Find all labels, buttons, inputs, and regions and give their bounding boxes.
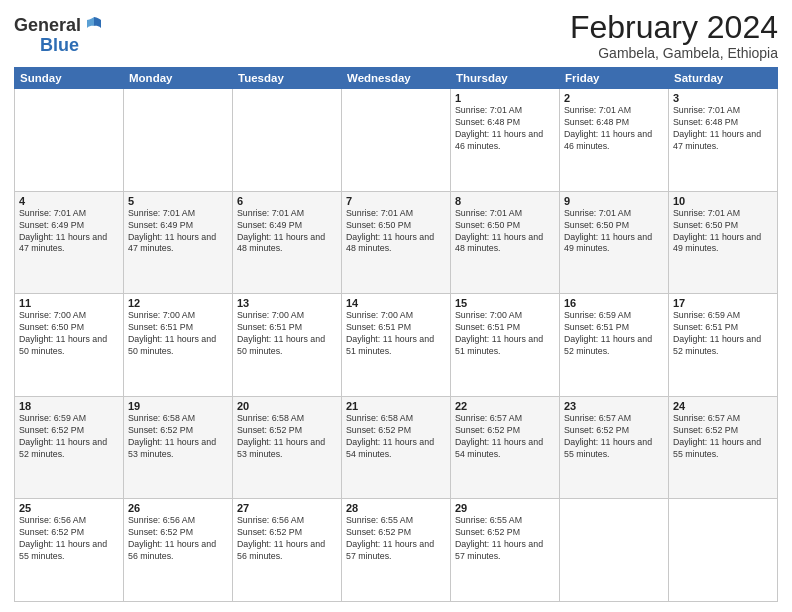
day-number: 17 bbox=[673, 297, 773, 309]
day-info: Sunrise: 6:59 AMSunset: 6:51 PMDaylight:… bbox=[564, 310, 664, 358]
day-info: Sunrise: 6:55 AMSunset: 6:52 PMDaylight:… bbox=[455, 515, 555, 563]
calendar-cell: 20Sunrise: 6:58 AMSunset: 6:52 PMDayligh… bbox=[233, 396, 342, 499]
day-number: 7 bbox=[346, 195, 446, 207]
col-header-thursday: Thursday bbox=[451, 68, 560, 89]
calendar-cell: 8Sunrise: 7:01 AMSunset: 6:50 PMDaylight… bbox=[451, 191, 560, 294]
col-header-friday: Friday bbox=[560, 68, 669, 89]
day-info: Sunrise: 6:56 AMSunset: 6:52 PMDaylight:… bbox=[237, 515, 337, 563]
calendar-cell: 19Sunrise: 6:58 AMSunset: 6:52 PMDayligh… bbox=[124, 396, 233, 499]
day-info: Sunrise: 7:00 AMSunset: 6:51 PMDaylight:… bbox=[346, 310, 446, 358]
day-info: Sunrise: 6:56 AMSunset: 6:52 PMDaylight:… bbox=[19, 515, 119, 563]
calendar-cell bbox=[560, 499, 669, 602]
calendar-cell: 14Sunrise: 7:00 AMSunset: 6:51 PMDayligh… bbox=[342, 294, 451, 397]
calendar-cell: 1Sunrise: 7:01 AMSunset: 6:48 PMDaylight… bbox=[451, 89, 560, 192]
day-number: 9 bbox=[564, 195, 664, 207]
day-info: Sunrise: 6:57 AMSunset: 6:52 PMDaylight:… bbox=[455, 413, 555, 461]
day-number: 13 bbox=[237, 297, 337, 309]
day-number: 10 bbox=[673, 195, 773, 207]
page: General Blue February 2024 Gambela, Gamb… bbox=[0, 0, 792, 612]
logo-blue: Blue bbox=[40, 36, 79, 54]
day-number: 6 bbox=[237, 195, 337, 207]
day-info: Sunrise: 7:01 AMSunset: 6:48 PMDaylight:… bbox=[673, 105, 773, 153]
calendar-cell: 23Sunrise: 6:57 AMSunset: 6:52 PMDayligh… bbox=[560, 396, 669, 499]
day-info: Sunrise: 7:01 AMSunset: 6:50 PMDaylight:… bbox=[564, 208, 664, 256]
day-number: 1 bbox=[455, 92, 555, 104]
calendar-cell: 4Sunrise: 7:01 AMSunset: 6:49 PMDaylight… bbox=[15, 191, 124, 294]
calendar-cell bbox=[124, 89, 233, 192]
calendar-cell: 3Sunrise: 7:01 AMSunset: 6:48 PMDaylight… bbox=[669, 89, 778, 192]
day-number: 24 bbox=[673, 400, 773, 412]
calendar-cell: 27Sunrise: 6:56 AMSunset: 6:52 PMDayligh… bbox=[233, 499, 342, 602]
calendar-cell: 21Sunrise: 6:58 AMSunset: 6:52 PMDayligh… bbox=[342, 396, 451, 499]
day-info: Sunrise: 7:00 AMSunset: 6:51 PMDaylight:… bbox=[128, 310, 228, 358]
day-info: Sunrise: 7:01 AMSunset: 6:48 PMDaylight:… bbox=[455, 105, 555, 153]
header-row: SundayMondayTuesdayWednesdayThursdayFrid… bbox=[15, 68, 778, 89]
day-number: 3 bbox=[673, 92, 773, 104]
day-info: Sunrise: 6:57 AMSunset: 6:52 PMDaylight:… bbox=[564, 413, 664, 461]
calendar-cell: 11Sunrise: 7:00 AMSunset: 6:50 PMDayligh… bbox=[15, 294, 124, 397]
day-info: Sunrise: 6:57 AMSunset: 6:52 PMDaylight:… bbox=[673, 413, 773, 461]
day-number: 23 bbox=[564, 400, 664, 412]
title-block: February 2024 Gambela, Gambela, Ethiopia bbox=[570, 10, 778, 61]
day-info: Sunrise: 7:01 AMSunset: 6:50 PMDaylight:… bbox=[673, 208, 773, 256]
col-header-tuesday: Tuesday bbox=[233, 68, 342, 89]
calendar-cell: 24Sunrise: 6:57 AMSunset: 6:52 PMDayligh… bbox=[669, 396, 778, 499]
day-number: 19 bbox=[128, 400, 228, 412]
calendar-cell: 28Sunrise: 6:55 AMSunset: 6:52 PMDayligh… bbox=[342, 499, 451, 602]
day-info: Sunrise: 7:00 AMSunset: 6:50 PMDaylight:… bbox=[19, 310, 119, 358]
month-title: February 2024 bbox=[570, 10, 778, 45]
day-number: 5 bbox=[128, 195, 228, 207]
calendar-cell: 12Sunrise: 7:00 AMSunset: 6:51 PMDayligh… bbox=[124, 294, 233, 397]
day-info: Sunrise: 7:01 AMSunset: 6:49 PMDaylight:… bbox=[19, 208, 119, 256]
day-number: 8 bbox=[455, 195, 555, 207]
col-header-wednesday: Wednesday bbox=[342, 68, 451, 89]
day-info: Sunrise: 7:01 AMSunset: 6:50 PMDaylight:… bbox=[346, 208, 446, 256]
calendar-cell bbox=[342, 89, 451, 192]
day-info: Sunrise: 6:55 AMSunset: 6:52 PMDaylight:… bbox=[346, 515, 446, 563]
col-header-monday: Monday bbox=[124, 68, 233, 89]
header: General Blue February 2024 Gambela, Gamb… bbox=[14, 10, 778, 61]
calendar-cell bbox=[669, 499, 778, 602]
day-number: 12 bbox=[128, 297, 228, 309]
day-info: Sunrise: 7:01 AMSunset: 6:49 PMDaylight:… bbox=[237, 208, 337, 256]
week-row-4: 18Sunrise: 6:59 AMSunset: 6:52 PMDayligh… bbox=[15, 396, 778, 499]
calendar-cell: 15Sunrise: 7:00 AMSunset: 6:51 PMDayligh… bbox=[451, 294, 560, 397]
logo: General Blue bbox=[14, 14, 105, 54]
day-info: Sunrise: 6:58 AMSunset: 6:52 PMDaylight:… bbox=[237, 413, 337, 461]
day-info: Sunrise: 6:58 AMSunset: 6:52 PMDaylight:… bbox=[128, 413, 228, 461]
day-number: 14 bbox=[346, 297, 446, 309]
day-info: Sunrise: 7:01 AMSunset: 6:49 PMDaylight:… bbox=[128, 208, 228, 256]
day-info: Sunrise: 7:00 AMSunset: 6:51 PMDaylight:… bbox=[237, 310, 337, 358]
day-number: 28 bbox=[346, 502, 446, 514]
day-info: Sunrise: 6:58 AMSunset: 6:52 PMDaylight:… bbox=[346, 413, 446, 461]
day-number: 4 bbox=[19, 195, 119, 207]
week-row-1: 1Sunrise: 7:01 AMSunset: 6:48 PMDaylight… bbox=[15, 89, 778, 192]
logo-icon bbox=[83, 14, 105, 36]
day-info: Sunrise: 6:59 AMSunset: 6:51 PMDaylight:… bbox=[673, 310, 773, 358]
day-info: Sunrise: 7:00 AMSunset: 6:51 PMDaylight:… bbox=[455, 310, 555, 358]
calendar-cell: 7Sunrise: 7:01 AMSunset: 6:50 PMDaylight… bbox=[342, 191, 451, 294]
day-info: Sunrise: 6:59 AMSunset: 6:52 PMDaylight:… bbox=[19, 413, 119, 461]
day-info: Sunrise: 6:56 AMSunset: 6:52 PMDaylight:… bbox=[128, 515, 228, 563]
calendar-cell bbox=[15, 89, 124, 192]
calendar-cell: 2Sunrise: 7:01 AMSunset: 6:48 PMDaylight… bbox=[560, 89, 669, 192]
calendar-cell: 10Sunrise: 7:01 AMSunset: 6:50 PMDayligh… bbox=[669, 191, 778, 294]
day-info: Sunrise: 7:01 AMSunset: 6:50 PMDaylight:… bbox=[455, 208, 555, 256]
day-number: 15 bbox=[455, 297, 555, 309]
calendar-cell: 9Sunrise: 7:01 AMSunset: 6:50 PMDaylight… bbox=[560, 191, 669, 294]
day-number: 18 bbox=[19, 400, 119, 412]
day-number: 20 bbox=[237, 400, 337, 412]
day-number: 29 bbox=[455, 502, 555, 514]
week-row-3: 11Sunrise: 7:00 AMSunset: 6:50 PMDayligh… bbox=[15, 294, 778, 397]
day-number: 26 bbox=[128, 502, 228, 514]
calendar-cell: 29Sunrise: 6:55 AMSunset: 6:52 PMDayligh… bbox=[451, 499, 560, 602]
calendar-cell: 22Sunrise: 6:57 AMSunset: 6:52 PMDayligh… bbox=[451, 396, 560, 499]
calendar-cell: 18Sunrise: 6:59 AMSunset: 6:52 PMDayligh… bbox=[15, 396, 124, 499]
day-number: 2 bbox=[564, 92, 664, 104]
day-number: 21 bbox=[346, 400, 446, 412]
calendar-cell: 5Sunrise: 7:01 AMSunset: 6:49 PMDaylight… bbox=[124, 191, 233, 294]
calendar-cell: 25Sunrise: 6:56 AMSunset: 6:52 PMDayligh… bbox=[15, 499, 124, 602]
week-row-5: 25Sunrise: 6:56 AMSunset: 6:52 PMDayligh… bbox=[15, 499, 778, 602]
day-info: Sunrise: 7:01 AMSunset: 6:48 PMDaylight:… bbox=[564, 105, 664, 153]
day-number: 25 bbox=[19, 502, 119, 514]
